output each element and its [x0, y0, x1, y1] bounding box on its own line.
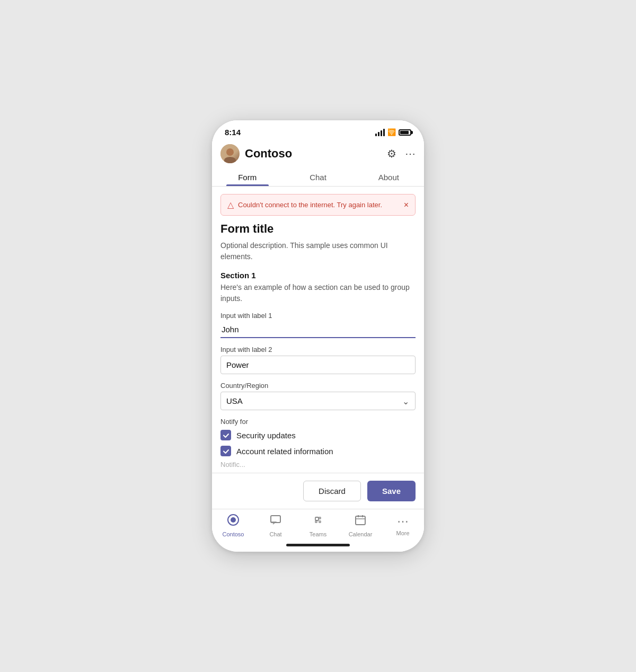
nav-item-contoso[interactable]: Contoso — [218, 514, 248, 537]
checkbox-security-label: Security updates — [236, 431, 296, 440]
chat-nav-icon — [269, 514, 282, 529]
app-header: Contoso ⚙ ⋯ — [212, 140, 424, 167]
tab-chat[interactable]: Chat — [282, 167, 353, 186]
field3-label: Country/Region — [220, 382, 416, 390]
field2-label: Input with label 2 — [220, 346, 416, 353]
svg-rect-7 — [356, 516, 365, 525]
tab-bar: Form Chat About — [212, 167, 424, 187]
field1-input[interactable] — [220, 322, 416, 338]
signal-icon — [375, 129, 385, 136]
checkbox-group: Security updates Account related informa… — [220, 430, 416, 456]
alert-inner: △ Couldn't connect to the internet. Try … — [227, 200, 382, 210]
field1-label: Input with label 1 — [220, 312, 416, 320]
status-time: 8:14 — [225, 128, 241, 137]
checkbox-row-account: Account related information — [220, 446, 416, 456]
checkbox-row-security: Security updates — [220, 430, 416, 440]
app-header-left: Contoso — [220, 144, 292, 163]
field-group-2: Input with label 2 — [220, 346, 416, 374]
battery-icon — [399, 129, 411, 136]
alert-warning-icon: △ — [227, 200, 234, 210]
svg-point-1 — [231, 517, 236, 523]
nav-item-more[interactable]: ⋯ More — [388, 515, 418, 536]
tab-about[interactable]: About — [354, 167, 424, 186]
nav-label-calendar: Calendar — [349, 531, 373, 537]
svg-rect-4 — [319, 517, 321, 519]
field2-input[interactable] — [220, 356, 416, 374]
more-nav-icon: ⋯ — [397, 515, 409, 528]
nav-label-contoso: Contoso — [223, 531, 244, 537]
teams-nav-icon — [312, 514, 324, 529]
field-group-1: Input with label 1 — [220, 312, 416, 338]
svg-rect-3 — [315, 517, 319, 520]
checkbox-security[interactable] — [220, 430, 231, 440]
section1-description: Here's an example of how a section can b… — [220, 282, 416, 304]
field-group-3: Country/Region USA Canada UK ⌄ — [220, 382, 416, 410]
avatar — [220, 144, 240, 163]
nav-label-more: More — [396, 530, 409, 536]
svg-rect-6 — [319, 521, 321, 523]
checkbox-account[interactable] — [220, 446, 231, 456]
nav-item-calendar[interactable]: Calendar — [346, 514, 375, 537]
app-title: Contoso — [245, 147, 292, 161]
alert-message: Couldn't connect to the internet. Try ag… — [238, 201, 382, 209]
app-header-right: ⚙ ⋯ — [387, 147, 416, 160]
svg-rect-2 — [271, 516, 280, 523]
section1-title: Section 1 — [220, 271, 416, 280]
svg-rect-5 — [315, 521, 317, 523]
status-icons: 🛜 — [375, 128, 411, 136]
status-bar: 8:14 🛜 — [212, 120, 424, 140]
form-title: Form title — [220, 222, 416, 236]
nav-label-teams: Teams — [310, 531, 326, 537]
phone-frame: 8:14 🛜 Contoso ⚙ ⋯ — [212, 120, 424, 552]
nav-label-chat: Chat — [269, 531, 281, 537]
tab-form[interactable]: Form — [212, 167, 282, 186]
save-button[interactable]: Save — [367, 481, 416, 501]
form-description: Optional description. This sample uses c… — [220, 240, 416, 262]
more-options-icon[interactable]: ⋯ — [405, 147, 416, 160]
alert-banner: △ Couldn't connect to the internet. Try … — [220, 194, 416, 216]
notify-partial: Notific... — [220, 461, 416, 468]
content-area: △ Couldn't connect to the internet. Try … — [212, 187, 424, 473]
calendar-nav-icon — [354, 514, 367, 529]
gear-icon[interactable]: ⚙ — [387, 147, 396, 160]
nav-item-teams[interactable]: Teams — [303, 514, 333, 537]
country-select-wrapper: USA Canada UK ⌄ — [220, 392, 416, 410]
home-indicator — [286, 544, 350, 546]
checkbox-account-label: Account related information — [236, 447, 333, 456]
discard-button[interactable]: Discard — [303, 481, 361, 501]
bottom-nav: Contoso Chat — [212, 509, 424, 541]
notify-label: Notify for — [220, 418, 416, 426]
wifi-icon: 🛜 — [387, 128, 396, 136]
country-select[interactable]: USA Canada UK — [220, 392, 416, 410]
nav-item-chat[interactable]: Chat — [261, 514, 290, 537]
alert-close-button[interactable]: × — [404, 200, 409, 210]
contoso-nav-icon — [227, 514, 240, 529]
action-bar: Discard Save — [212, 473, 424, 509]
